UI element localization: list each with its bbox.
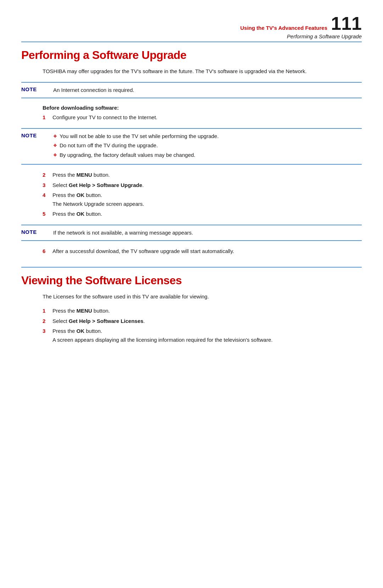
note2-label: NOTE — [21, 132, 53, 138]
step-number-3: 3 — [43, 181, 52, 189]
before-heading: Before downloading software: — [43, 105, 362, 111]
note3-text: If the network is not available, a warni… — [53, 230, 193, 236]
step-item-4: 4 Press the OK button.The Network Upgrad… — [43, 191, 362, 208]
step-item-6: 6 After a successful download, the TV so… — [43, 247, 362, 255]
step-text-6: After a successful download, the TV soft… — [52, 247, 362, 255]
steps-after-list: 6 After a successful download, the TV so… — [43, 247, 362, 255]
step-item-5: 5 Press the OK button. — [43, 210, 362, 218]
section2-step-item-2: 2 Select Get Help > Software Licenses. — [43, 317, 362, 325]
step-number-4: 4 — [43, 191, 52, 199]
step-item-2: 2 Press the MENU button. — [43, 171, 362, 179]
section2-step-text-2: Select Get Help > Software Licenses. — [52, 317, 362, 325]
top-rule — [21, 42, 362, 42]
note1-content: An Internet connection is required. — [53, 86, 362, 94]
section2-steps-list: 1 Press the MENU button. 2 Select Get He… — [43, 307, 362, 344]
step-text-4: Press the OK button.The Network Upgrade … — [52, 191, 362, 208]
step-number-1: 1 — [43, 114, 52, 122]
step-text-1: Configure your TV to connect to the Inte… — [52, 114, 362, 122]
header-subtitle: Performing a Software Upgrade — [240, 33, 362, 39]
section2: Viewing the Software Licenses The Licens… — [21, 267, 362, 344]
page-header: Using the TV's Advanced Features 111 Per… — [21, 14, 362, 39]
header-chapter-line: Using the TV's Advanced Features 111 — [240, 14, 362, 33]
chapter-label: Using the TV's Advanced Features — [240, 25, 327, 31]
section2-step-text-1: Press the MENU button. — [52, 307, 362, 315]
section2-step-number-1: 1 — [43, 307, 52, 315]
step-text-3: Select Get Help > Software Upgrade. — [52, 181, 362, 189]
step-text-5: Press the OK button. — [52, 210, 362, 218]
step-number-2: 2 — [43, 171, 52, 179]
section2-intro: The Licenses for the software used in th… — [43, 293, 362, 301]
steps-main-list: 2 Press the MENU button. 3 Select Get He… — [43, 171, 362, 218]
step-text-2: Press the MENU button. — [52, 171, 362, 179]
section2-step-item-3: 3 Press the OK button.A screen appears d… — [43, 327, 362, 344]
section2-step-number-2: 2 — [43, 317, 52, 325]
note3-block: NOTE If the network is not available, a … — [21, 225, 362, 241]
note2-bullet-list: You will not be able to use the TV set w… — [53, 132, 362, 159]
note3-content: If the network is not available, a warni… — [53, 229, 362, 237]
step-number-6: 6 — [43, 247, 52, 255]
step-number-5: 5 — [43, 210, 52, 218]
steps-before-list: 1 Configure your TV to connect to the In… — [43, 114, 362, 122]
note2-bullet-2: Do not turn off the TV during the upgrad… — [53, 142, 362, 150]
note3-label: NOTE — [21, 229, 53, 235]
section2-top-rule — [21, 267, 362, 268]
section2-title: Viewing the Software Licenses — [21, 274, 362, 287]
section2-step-item-1: 1 Press the MENU button. — [43, 307, 362, 315]
note2-content: You will not be able to use the TV set w… — [53, 132, 362, 161]
note1-block: NOTE An Internet connection is required. — [21, 82, 362, 99]
note2-bullet-1: You will not be able to use the TV set w… — [53, 132, 362, 141]
section2-step-text-3: Press the OK button.A screen appears dis… — [52, 327, 362, 344]
section2-step-number-3: 3 — [43, 327, 52, 335]
note1-label: NOTE — [21, 86, 53, 92]
note2-bullet-3: By upgrading, the factory default values… — [53, 151, 362, 159]
note1-text: An Internet connection is required. — [53, 87, 134, 93]
section1-title: Performing a Software Upgrade — [21, 49, 362, 62]
header-text-group: Using the TV's Advanced Features 111 Per… — [240, 14, 362, 39]
step-item-3: 3 Select Get Help > Software Upgrade. — [43, 181, 362, 189]
section1-intro: TOSHIBA may offer upgrades for the TV's … — [43, 67, 362, 76]
page-number: 111 — [331, 13, 362, 34]
note2-block: NOTE You will not be able to use the TV … — [21, 128, 362, 165]
step-item-1: 1 Configure your TV to connect to the In… — [43, 114, 362, 122]
